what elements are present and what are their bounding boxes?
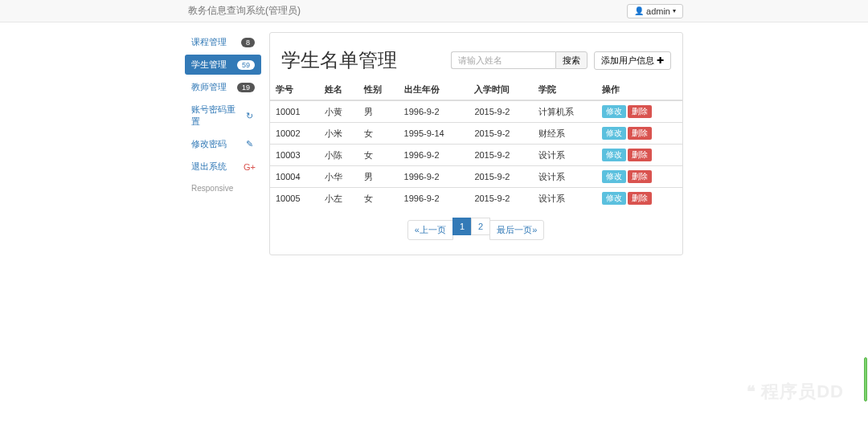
table-cell-actions: 修改删除 xyxy=(596,166,682,188)
edit-button[interactable]: 修改 xyxy=(602,192,626,205)
search-input[interactable] xyxy=(451,51,555,69)
table-row: 10001小黄男1996-9-22015-9-2计算机系修改删除 xyxy=(270,100,682,123)
table-cell: 10001 xyxy=(270,100,319,123)
table-cell: 财经系 xyxy=(533,123,596,145)
page-last[interactable]: 最后一页» xyxy=(489,220,544,240)
caret-down-icon: ▾ xyxy=(673,7,676,14)
table-cell: 小左 xyxy=(319,188,358,210)
edit-button[interactable]: 修改 xyxy=(602,127,626,140)
table-cell: 2015-9-2 xyxy=(469,145,532,166)
plus-icon: ✚ xyxy=(657,55,664,66)
table-cell: 2015-9-2 xyxy=(469,166,532,188)
refresh-icon: ↻ xyxy=(244,111,255,121)
sidebar-item-label: 课程管理 xyxy=(191,36,227,48)
sidebar-item-label: 教师管理 xyxy=(191,81,227,93)
table-cell-actions: 修改删除 xyxy=(596,123,682,145)
table-cell: 小华 xyxy=(319,166,358,188)
table-cell: 设计系 xyxy=(533,188,596,210)
pencil-icon: ✎ xyxy=(244,139,255,149)
user-menu-label: admin xyxy=(646,6,670,16)
add-user-button[interactable]: 添加用户信息 ✚ xyxy=(594,51,671,70)
table-cell: 小陈 xyxy=(319,145,358,166)
sidebar-badge: 8 xyxy=(241,38,255,47)
navbar: 教务信息查询系统(管理员) 👤 admin ▾ xyxy=(0,0,868,22)
search-button[interactable]: 搜索 xyxy=(555,51,588,69)
table-cell: 10004 xyxy=(270,166,319,188)
panel-header: 学生名单管理 搜索 添加用户信息 ✚ xyxy=(270,33,682,79)
pagination: «上一页 12 最后一页» xyxy=(270,209,682,255)
th-id: 学号 xyxy=(270,79,319,100)
table-cell: 1996-9-2 xyxy=(399,145,469,166)
table-cell: 女 xyxy=(358,145,398,166)
table-cell: 计算机系 xyxy=(533,100,596,123)
sidebar-item-label: 学生管理 xyxy=(191,59,227,71)
sidebar-badge: 59 xyxy=(237,60,255,70)
table-cell-actions: 修改删除 xyxy=(596,145,682,166)
edit-button[interactable]: 修改 xyxy=(602,149,626,161)
watermark: ❝ 程序员DD xyxy=(747,380,844,404)
user-menu-button[interactable]: 👤 admin ▾ xyxy=(627,4,683,18)
table-cell-actions: 修改删除 xyxy=(596,188,682,210)
delete-button[interactable]: 删除 xyxy=(628,192,652,205)
sidebar-item-student[interactable]: 学生管理 59 xyxy=(185,55,261,75)
table-header-row: 学号 姓名 性别 出生年份 入学时间 学院 操作 xyxy=(270,79,682,100)
sidebar-item-course[interactable]: 课程管理 8 xyxy=(185,32,261,52)
table-row: 10004小华男1996-9-22015-9-2设计系修改删除 xyxy=(270,166,682,188)
th-name: 姓名 xyxy=(319,79,358,100)
table-cell: 女 xyxy=(358,188,398,210)
page-title: 学生名单管理 xyxy=(281,47,397,73)
student-table: 学号 姓名 性别 出生年份 入学时间 学院 操作 10001小黄男1996-9-… xyxy=(270,79,682,209)
page-number[interactable]: 2 xyxy=(471,218,490,235)
sidebar-item-label: 退出系统 xyxy=(191,161,227,173)
th-college: 学院 xyxy=(533,79,596,100)
sidebar-item-change-password[interactable]: 修改密码 ✎ xyxy=(185,134,261,154)
wechat-icon: ❝ xyxy=(747,382,756,401)
table-cell: 小米 xyxy=(319,123,358,145)
sidebar-item-logout[interactable]: 退出系统 G+ xyxy=(185,157,261,177)
delete-button[interactable]: 删除 xyxy=(628,105,652,118)
table-cell: 男 xyxy=(358,100,398,123)
th-gender: 性别 xyxy=(358,79,398,100)
table-cell: 2015-9-2 xyxy=(469,188,532,210)
table-cell: 2015-9-2 xyxy=(469,100,532,123)
page-prev[interactable]: «上一页 xyxy=(407,220,453,240)
delete-button[interactable]: 删除 xyxy=(628,149,652,161)
table-cell: 1996-9-2 xyxy=(399,166,469,188)
table-row: 10005小左女1996-9-22015-9-2设计系修改删除 xyxy=(270,188,682,210)
table-cell: 男 xyxy=(358,166,398,188)
scrollbar[interactable] xyxy=(864,357,867,401)
table-row: 10003小陈女1996-9-22015-9-2设计系修改删除 xyxy=(270,145,682,166)
sidebar-item-reset-password[interactable]: 账号密码重置 ↻ xyxy=(185,100,261,132)
search-group: 搜索 xyxy=(451,51,588,69)
delete-button[interactable]: 删除 xyxy=(628,170,652,183)
table-cell: 1996-9-2 xyxy=(399,100,469,123)
delete-button[interactable]: 删除 xyxy=(628,127,652,140)
sidebar-item-label: 修改密码 xyxy=(191,138,227,150)
app-brand: 教务信息查询系统(管理员) xyxy=(185,4,627,18)
sidebar: 课程管理 8 学生管理 59 教师管理 19 账号密码重置 ↻ 修改密码 ✎ xyxy=(185,32,261,255)
logout-icon: G+ xyxy=(244,162,255,172)
th-birth: 出生年份 xyxy=(399,79,469,100)
sidebar-badge: 19 xyxy=(237,83,255,92)
table-cell: 2015-9-2 xyxy=(469,123,532,145)
sidebar-item-teacher[interactable]: 教师管理 19 xyxy=(185,77,261,97)
main-panel: 学生名单管理 搜索 添加用户信息 ✚ xyxy=(269,32,683,255)
page-number[interactable]: 1 xyxy=(452,218,472,235)
table-cell: 10002 xyxy=(270,123,319,145)
table-row: 10002小米女1995-9-142015-9-2财经系修改删除 xyxy=(270,123,682,145)
table-cell: 10003 xyxy=(270,145,319,166)
sidebar-footer: Responsive xyxy=(185,179,261,198)
user-icon: 👤 xyxy=(634,6,644,15)
table-cell: 10005 xyxy=(270,188,319,210)
th-enroll: 入学时间 xyxy=(469,79,532,100)
th-actions: 操作 xyxy=(596,79,682,100)
edit-button[interactable]: 修改 xyxy=(602,170,626,183)
table-cell: 女 xyxy=(358,123,398,145)
table-cell: 设计系 xyxy=(533,166,596,188)
table-cell: 小黄 xyxy=(319,100,358,123)
add-user-label: 添加用户信息 xyxy=(601,55,654,67)
edit-button[interactable]: 修改 xyxy=(602,105,626,118)
table-cell-actions: 修改删除 xyxy=(596,100,682,123)
sidebar-item-label: 账号密码重置 xyxy=(191,104,244,128)
table-cell: 1995-9-14 xyxy=(399,123,469,145)
